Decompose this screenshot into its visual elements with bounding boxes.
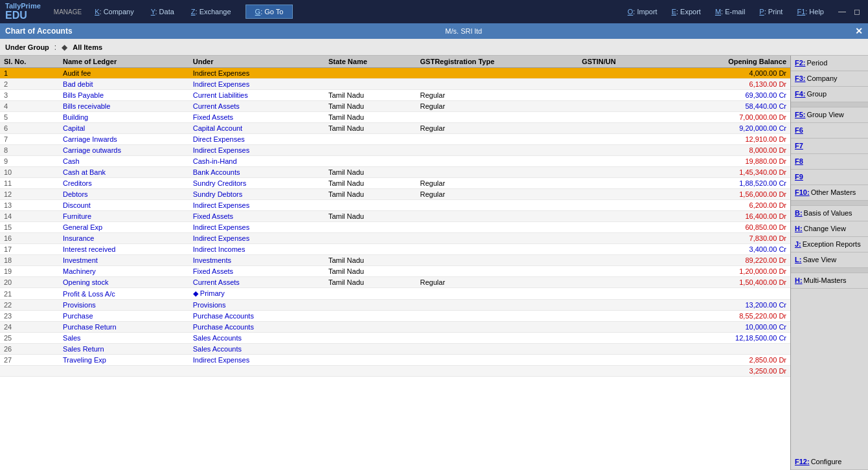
cell-name[interactable]: Bills Payable <box>59 90 189 101</box>
cell-under[interactable] <box>189 366 325 377</box>
rp-group[interactable]: F4: Group <box>791 87 868 102</box>
table-row[interactable]: 14 Furniture Fixed Assets Tamil Nadu 16,… <box>0 211 790 222</box>
table-row[interactable]: 19 Machinery Fixed Assets Tamil Nadu 1,2… <box>0 266 790 277</box>
cell-name[interactable]: Traveling Exp <box>59 355 189 366</box>
table-row[interactable]: 26 Sales Return Sales Accounts <box>0 344 790 355</box>
rp-f7[interactable]: F7 <box>791 139 868 154</box>
cell-name[interactable]: Investment <box>59 255 189 266</box>
table-row[interactable]: 6 Capital Capital Account Tamil Nadu Reg… <box>0 123 790 134</box>
table-row[interactable]: 18 Investment Investments Tamil Nadu 89,… <box>0 255 790 266</box>
cell-name[interactable]: Carriage Inwards <box>59 134 189 145</box>
rp-multi-masters[interactable]: H: Multi-Masters <box>791 273 868 289</box>
cell-name[interactable]: Creditors <box>59 178 189 189</box>
cell-name[interactable]: Sales Return <box>59 344 189 355</box>
cell-under[interactable]: Indirect Incomes <box>189 244 325 255</box>
rp-f9[interactable]: F9 <box>791 170 868 185</box>
nav-data[interactable]: Y: Data <box>143 6 182 17</box>
cell-name[interactable]: Capital <box>59 123 189 134</box>
rp-period[interactable]: F2: Period <box>791 56 868 71</box>
table-row[interactable]: 13 Discount Indirect Expenses 6,200.00 D… <box>0 200 790 211</box>
cell-under[interactable]: ◆ Primary <box>189 288 325 300</box>
cell-name[interactable]: Sales <box>59 333 189 344</box>
table-row[interactable]: 15 General Exp Indirect Expenses 60,850.… <box>0 222 790 233</box>
maximize-button[interactable]: ◻ <box>851 7 863 16</box>
cell-name[interactable]: General Exp <box>59 222 189 233</box>
minimize-button[interactable]: — <box>836 7 849 16</box>
table-row[interactable]: 7 Carriage Inwards Direct Expenses 12,91… <box>0 134 790 145</box>
nav-company[interactable]: K: Company <box>87 6 142 17</box>
table-row[interactable]: 21 Profit & Loss A/c ◆ Primary <box>0 288 790 300</box>
cell-under[interactable]: Sundry Creditors <box>189 178 325 189</box>
table-row[interactable]: 17 Interest received Indirect Incomes 3,… <box>0 244 790 255</box>
cell-name[interactable]: Debtors <box>59 189 189 200</box>
cell-under[interactable]: Sundry Debtors <box>189 189 325 200</box>
table-row[interactable]: 2 Bad debit Indirect Expenses 6,130.00 D… <box>0 79 790 90</box>
cell-under[interactable]: Indirect Expenses <box>189 200 325 211</box>
nav-help[interactable]: F1: Help <box>790 6 830 17</box>
rp-exception-reports[interactable]: J: Exception Reports <box>791 237 868 252</box>
table-row[interactable]: 16 Insurance Indirect Expenses 7,830.00 … <box>0 233 790 244</box>
table-row[interactable]: 3,250.00 Dr <box>0 366 790 377</box>
cell-under[interactable]: Current Assets <box>189 101 325 112</box>
cell-name[interactable]: Opening stock <box>59 277 189 288</box>
cell-under[interactable]: Indirect Expenses <box>189 145 325 156</box>
rp-f8[interactable]: F8 <box>791 154 868 170</box>
cell-under[interactable]: Cash-in-Hand <box>189 156 325 167</box>
table-row[interactable]: 12 Debtors Sundry Debtors Tamil Nadu Reg… <box>0 189 790 200</box>
cell-under[interactable]: Indirect Expenses <box>189 222 325 233</box>
cell-under[interactable]: Investments <box>189 255 325 266</box>
cell-name[interactable] <box>59 366 189 377</box>
cell-name[interactable]: Interest received <box>59 244 189 255</box>
table-row[interactable]: 5 Building Fixed Assets Tamil Nadu 7,00,… <box>0 112 790 123</box>
cell-under[interactable]: Capital Account <box>189 123 325 134</box>
table-row[interactable]: 11 Creditors Sundry Creditors Tamil Nadu… <box>0 178 790 189</box>
table-row[interactable]: 27 Traveling Exp Indirect Expenses 2,850… <box>0 355 790 366</box>
rp-change-view[interactable]: H: Change View <box>791 221 868 237</box>
cell-under[interactable]: Sales Accounts <box>189 344 325 355</box>
table-row[interactable]: 9 Cash Cash-in-Hand 19,880.00 Dr <box>0 156 790 167</box>
cell-name[interactable]: Machinery <box>59 266 189 277</box>
cell-under[interactable]: Indirect Expenses <box>189 233 325 244</box>
rp-group-view[interactable]: F5: Group View <box>791 107 868 123</box>
rp-f6[interactable]: F6 <box>791 123 868 139</box>
cell-under[interactable]: Indirect Expenses <box>189 79 325 90</box>
table-row[interactable]: 22 Provisions Provisions 13,200.00 Cr <box>0 300 790 311</box>
cell-name[interactable]: Insurance <box>59 233 189 244</box>
goto-button[interactable]: G: Go To <box>246 5 293 19</box>
cell-name[interactable]: Building <box>59 112 189 123</box>
table-row[interactable]: 20 Opening stock Current Assets Tamil Na… <box>0 277 790 288</box>
cell-under[interactable]: Indirect Expenses <box>189 355 325 366</box>
nav-import[interactable]: O: Import <box>621 6 664 17</box>
table-row[interactable]: 8 Carriage outwards Indirect Expenses 8,… <box>0 145 790 156</box>
nav-export[interactable]: E: Export <box>665 6 707 17</box>
cell-under[interactable]: Provisions <box>189 300 325 311</box>
cell-name[interactable]: Bills receivable <box>59 101 189 112</box>
cell-under[interactable]: Direct Expenses <box>189 134 325 145</box>
cell-name[interactable]: Carriage outwards <box>59 145 189 156</box>
nav-print[interactable]: P: Print <box>753 6 789 17</box>
cell-under[interactable]: Current Liabilities <box>189 90 325 101</box>
rp-company[interactable]: F3: Company <box>791 71 868 87</box>
cell-under[interactable]: Purchase Accounts <box>189 311 325 322</box>
cell-name[interactable]: Profit & Loss A/c <box>59 288 189 300</box>
table-row[interactable]: 1 Audit fee Indirect Expenses 4,000.00 D… <box>0 68 790 79</box>
table-row[interactable]: 23 Purchase Purchase Accounts 8,55,220.0… <box>0 311 790 322</box>
nav-email[interactable]: M: E-mail <box>709 6 751 17</box>
cell-name[interactable]: Audit fee <box>59 68 189 79</box>
table-row[interactable]: 3 Bills Payable Current Liabilities Tami… <box>0 90 790 101</box>
rp-save-view[interactable]: L: Save View <box>791 252 868 268</box>
cell-under[interactable]: Fixed Assets <box>189 211 325 222</box>
cell-under[interactable]: Indirect Expenses <box>189 68 325 79</box>
cell-under[interactable]: Sales Accounts <box>189 333 325 344</box>
table-area[interactable]: Sl. No. Name of Ledger Under State Name … <box>0 56 790 470</box>
cell-name[interactable]: Discount <box>59 200 189 211</box>
cell-under[interactable]: Bank Accounts <box>189 167 325 178</box>
rp-configure[interactable]: F12: Configure <box>791 454 868 470</box>
cell-name[interactable]: Furniture <box>59 211 189 222</box>
cell-name[interactable]: Provisions <box>59 300 189 311</box>
nav-exchange[interactable]: Z: Exchange <box>183 6 239 17</box>
cell-under[interactable]: Fixed Assets <box>189 112 325 123</box>
rp-other-masters[interactable]: F10: Other Masters <box>791 185 868 201</box>
close-icon[interactable]: ✕ <box>855 26 863 36</box>
cell-name[interactable]: Purchase Return <box>59 322 189 333</box>
